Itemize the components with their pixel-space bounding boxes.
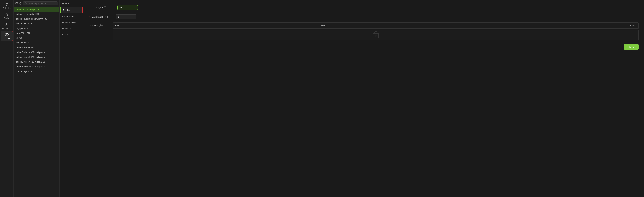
menu-item-replay-wrap: Replay — [60, 7, 82, 13]
svg-point-4 — [375, 35, 377, 37]
app-item[interactable]: commit-test003 — [14, 40, 60, 45]
max-qps-row: * Max QPS ? : — [89, 4, 638, 11]
svg-point-1 — [6, 34, 7, 35]
sidebar-item-replay-label: Replay — [4, 17, 10, 19]
sidebar-item-setting-label: Setting — [4, 37, 10, 39]
case-range-help-icon[interactable]: ? — [104, 16, 106, 18]
sidebar-item-replay[interactable]: Replay — [1, 11, 13, 21]
path-column-header: Path — [115, 24, 320, 27]
save-btn-wrap: Save — [89, 44, 638, 50]
app-item[interactable]: Zhitao — [14, 36, 60, 40]
app-item[interactable]: dubbo2-wilde-0621-multiparam — [14, 55, 60, 60]
exclusion-table-body — [113, 30, 638, 40]
person-icon — [5, 23, 8, 26]
value-column-header: Value — [320, 24, 628, 27]
search-input[interactable] — [23, 1, 58, 6]
app-item[interactable]: dubbox-custom-community-0630 — [14, 17, 60, 21]
main-content: * Max QPS ? : * Case range ? : Exclusion… — [83, 0, 644, 197]
replay-icon — [5, 13, 8, 16]
sidebar-nav: Collection Replay Environment Setting — [0, 0, 14, 197]
app-item[interactable]: community-0619 — [14, 69, 60, 74]
bookmark-icon — [5, 3, 8, 7]
menu-item-record[interactable]: Record — [60, 1, 83, 7]
app-item[interactable]: dubbo2-community-0630 — [14, 12, 60, 17]
search-bar — [14, 0, 60, 7]
app-list-panel: dubbo3-community-0630dubbo2-community-06… — [14, 0, 60, 197]
sidebar-item-environment-label: Environment — [2, 27, 12, 29]
app-item[interactable]: arex-20221212 — [14, 31, 60, 36]
case-range-label: Case range ? : — [92, 16, 114, 18]
app-item[interactable]: dubbox-wilde-0620-multiparam — [14, 64, 60, 69]
menu-item-nodes-ignore[interactable]: Nodes Ignore — [60, 20, 83, 26]
case-range-required: * — [89, 16, 90, 18]
add-button[interactable]: + Add — [628, 24, 636, 28]
menu-item-replay[interactable]: Replay — [60, 7, 82, 13]
menu-item-nodes-sort[interactable]: Nodes Sort — [60, 26, 83, 32]
max-qps-required: * — [91, 6, 92, 9]
save-button[interactable]: Save — [624, 44, 638, 50]
exclusion-header: Exclusion ? : Path Value + Add — [89, 23, 638, 29]
max-qps-input[interactable] — [118, 5, 138, 10]
sidebar-item-collection-label: Collection — [2, 7, 11, 9]
sidebar-item-environment[interactable]: Environment — [1, 21, 13, 31]
app-list: dubbo3-community-0630dubbo2-community-06… — [14, 7, 60, 197]
refresh-icon[interactable] — [20, 2, 22, 5]
case-range-row: * Case range ? : — [89, 15, 638, 19]
app-item[interactable]: dubbo2-wilde-0625 — [14, 45, 60, 50]
search-input-wrap — [23, 1, 58, 6]
max-qps-label: Max QPS ? : — [94, 6, 116, 9]
gear-icon — [5, 33, 8, 36]
exclusion-help-icon[interactable]: ? — [99, 24, 102, 27]
case-range-input[interactable] — [116, 15, 136, 19]
max-qps-help-icon[interactable]: ? — [104, 6, 106, 9]
app-item[interactable]: dubbo2-wilde-0620-multiparam — [14, 60, 60, 64]
app-item[interactable]: dubbo3-wilde-0621-multiparam — [14, 50, 60, 55]
menu-item-import-yaml[interactable]: Import Yaml — [60, 14, 83, 20]
sidebar-item-collection[interactable]: Collection — [1, 1, 13, 11]
toolbar-icons — [15, 2, 22, 5]
menu-item-other[interactable]: Other — [60, 32, 83, 38]
app-item[interactable]: community-0630 — [14, 21, 60, 26]
svg-point-0 — [6, 23, 7, 25]
exclusion-section: Exclusion ? : Path Value + Add — [89, 23, 638, 40]
max-qps-wrap: * Max QPS ? : — [89, 4, 140, 11]
menu-panel: Record Replay Import Yaml Nodes Ignore N… — [60, 0, 83, 197]
empty-state-icon — [372, 31, 380, 39]
heart-icon[interactable] — [15, 2, 18, 5]
exclusion-label: Exclusion ? : — [89, 24, 111, 27]
app-item[interactable]: dubbo3-community-0630 — [14, 7, 60, 12]
sidebar-item-setting[interactable]: Setting — [1, 31, 13, 41]
app-item[interactable]: pay-platform — [14, 26, 60, 31]
